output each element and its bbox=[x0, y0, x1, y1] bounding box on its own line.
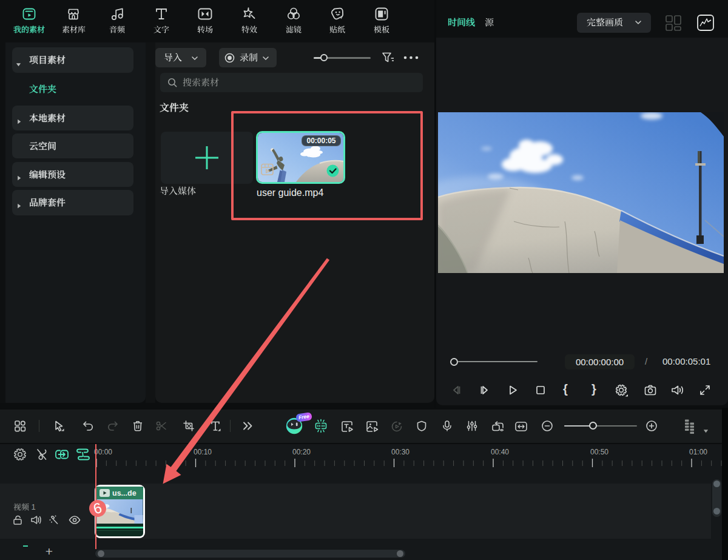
svg-text:00:40: 00:40 bbox=[491, 448, 509, 456]
svg-text:00:00: 00:00 bbox=[94, 448, 112, 456]
svg-text:00:30: 00:30 bbox=[391, 448, 410, 456]
svg-text:00:50: 00:50 bbox=[590, 448, 608, 456]
svg-text:01:00: 01:00 bbox=[689, 448, 707, 456]
